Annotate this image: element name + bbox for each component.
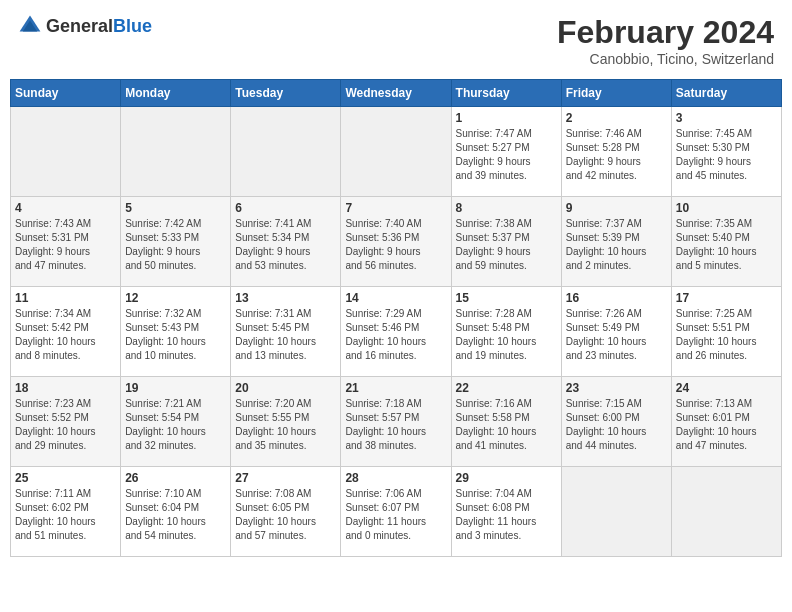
day-info: Sunrise: 7:20 AM Sunset: 5:55 PM Dayligh… (235, 397, 336, 453)
logo: GeneralBlue (18, 14, 152, 38)
calendar-table: SundayMondayTuesdayWednesdayThursdayFrid… (10, 79, 782, 557)
calendar-cell: 10Sunrise: 7:35 AM Sunset: 5:40 PM Dayli… (671, 197, 781, 287)
calendar-cell (121, 107, 231, 197)
day-number: 12 (125, 291, 226, 305)
calendar-cell: 20Sunrise: 7:20 AM Sunset: 5:55 PM Dayli… (231, 377, 341, 467)
day-info: Sunrise: 7:40 AM Sunset: 5:36 PM Dayligh… (345, 217, 446, 273)
day-number: 23 (566, 381, 667, 395)
day-info: Sunrise: 7:46 AM Sunset: 5:28 PM Dayligh… (566, 127, 667, 183)
day-info: Sunrise: 7:42 AM Sunset: 5:33 PM Dayligh… (125, 217, 226, 273)
calendar-cell: 1Sunrise: 7:47 AM Sunset: 5:27 PM Daylig… (451, 107, 561, 197)
day-number: 5 (125, 201, 226, 215)
day-number: 29 (456, 471, 557, 485)
calendar-cell: 2Sunrise: 7:46 AM Sunset: 5:28 PM Daylig… (561, 107, 671, 197)
day-info: Sunrise: 7:21 AM Sunset: 5:54 PM Dayligh… (125, 397, 226, 453)
day-number: 21 (345, 381, 446, 395)
day-number: 19 (125, 381, 226, 395)
day-number: 8 (456, 201, 557, 215)
day-number: 28 (345, 471, 446, 485)
day-info: Sunrise: 7:34 AM Sunset: 5:42 PM Dayligh… (15, 307, 116, 363)
week-row-3: 11Sunrise: 7:34 AM Sunset: 5:42 PM Dayli… (11, 287, 782, 377)
week-row-2: 4Sunrise: 7:43 AM Sunset: 5:31 PM Daylig… (11, 197, 782, 287)
logo-text: GeneralBlue (46, 16, 152, 37)
weekday-header-sunday: Sunday (11, 80, 121, 107)
day-number: 18 (15, 381, 116, 395)
logo-icon (18, 14, 42, 38)
day-info: Sunrise: 7:26 AM Sunset: 5:49 PM Dayligh… (566, 307, 667, 363)
calendar-cell: 22Sunrise: 7:16 AM Sunset: 5:58 PM Dayli… (451, 377, 561, 467)
day-info: Sunrise: 7:41 AM Sunset: 5:34 PM Dayligh… (235, 217, 336, 273)
calendar-cell: 4Sunrise: 7:43 AM Sunset: 5:31 PM Daylig… (11, 197, 121, 287)
calendar-cell (341, 107, 451, 197)
weekday-header-friday: Friday (561, 80, 671, 107)
calendar-cell: 21Sunrise: 7:18 AM Sunset: 5:57 PM Dayli… (341, 377, 451, 467)
day-info: Sunrise: 7:25 AM Sunset: 5:51 PM Dayligh… (676, 307, 777, 363)
calendar-cell (11, 107, 121, 197)
calendar-cell: 24Sunrise: 7:13 AM Sunset: 6:01 PM Dayli… (671, 377, 781, 467)
title-block: February 2024 Canobbio, Ticino, Switzerl… (557, 14, 774, 67)
day-number: 22 (456, 381, 557, 395)
calendar-cell: 25Sunrise: 7:11 AM Sunset: 6:02 PM Dayli… (11, 467, 121, 557)
day-number: 7 (345, 201, 446, 215)
day-info: Sunrise: 7:37 AM Sunset: 5:39 PM Dayligh… (566, 217, 667, 273)
calendar-cell: 18Sunrise: 7:23 AM Sunset: 5:52 PM Dayli… (11, 377, 121, 467)
day-info: Sunrise: 7:11 AM Sunset: 6:02 PM Dayligh… (15, 487, 116, 543)
day-number: 25 (15, 471, 116, 485)
day-info: Sunrise: 7:31 AM Sunset: 5:45 PM Dayligh… (235, 307, 336, 363)
calendar-cell (231, 107, 341, 197)
weekday-header-monday: Monday (121, 80, 231, 107)
day-info: Sunrise: 7:47 AM Sunset: 5:27 PM Dayligh… (456, 127, 557, 183)
calendar-cell (561, 467, 671, 557)
day-number: 17 (676, 291, 777, 305)
day-info: Sunrise: 7:13 AM Sunset: 6:01 PM Dayligh… (676, 397, 777, 453)
day-number: 2 (566, 111, 667, 125)
day-number: 4 (15, 201, 116, 215)
day-info: Sunrise: 7:16 AM Sunset: 5:58 PM Dayligh… (456, 397, 557, 453)
calendar-cell: 12Sunrise: 7:32 AM Sunset: 5:43 PM Dayli… (121, 287, 231, 377)
day-number: 10 (676, 201, 777, 215)
weekday-header-tuesday: Tuesday (231, 80, 341, 107)
calendar-cell: 17Sunrise: 7:25 AM Sunset: 5:51 PM Dayli… (671, 287, 781, 377)
weekday-header-thursday: Thursday (451, 80, 561, 107)
calendar-cell: 6Sunrise: 7:41 AM Sunset: 5:34 PM Daylig… (231, 197, 341, 287)
day-info: Sunrise: 7:32 AM Sunset: 5:43 PM Dayligh… (125, 307, 226, 363)
day-info: Sunrise: 7:06 AM Sunset: 6:07 PM Dayligh… (345, 487, 446, 543)
calendar-cell: 28Sunrise: 7:06 AM Sunset: 6:07 PM Dayli… (341, 467, 451, 557)
week-row-5: 25Sunrise: 7:11 AM Sunset: 6:02 PM Dayli… (11, 467, 782, 557)
weekday-header-saturday: Saturday (671, 80, 781, 107)
calendar-cell: 16Sunrise: 7:26 AM Sunset: 5:49 PM Dayli… (561, 287, 671, 377)
calendar-cell: 5Sunrise: 7:42 AM Sunset: 5:33 PM Daylig… (121, 197, 231, 287)
day-number: 26 (125, 471, 226, 485)
calendar-cell: 14Sunrise: 7:29 AM Sunset: 5:46 PM Dayli… (341, 287, 451, 377)
week-row-1: 1Sunrise: 7:47 AM Sunset: 5:27 PM Daylig… (11, 107, 782, 197)
calendar-cell: 3Sunrise: 7:45 AM Sunset: 5:30 PM Daylig… (671, 107, 781, 197)
day-number: 6 (235, 201, 336, 215)
day-info: Sunrise: 7:15 AM Sunset: 6:00 PM Dayligh… (566, 397, 667, 453)
day-number: 13 (235, 291, 336, 305)
calendar-cell: 9Sunrise: 7:37 AM Sunset: 5:39 PM Daylig… (561, 197, 671, 287)
day-info: Sunrise: 7:43 AM Sunset: 5:31 PM Dayligh… (15, 217, 116, 273)
day-number: 16 (566, 291, 667, 305)
day-info: Sunrise: 7:04 AM Sunset: 6:08 PM Dayligh… (456, 487, 557, 543)
page-header: GeneralBlue February 2024 Canobbio, Tici… (10, 10, 782, 71)
day-number: 20 (235, 381, 336, 395)
calendar-cell: 8Sunrise: 7:38 AM Sunset: 5:37 PM Daylig… (451, 197, 561, 287)
day-info: Sunrise: 7:18 AM Sunset: 5:57 PM Dayligh… (345, 397, 446, 453)
day-info: Sunrise: 7:08 AM Sunset: 6:05 PM Dayligh… (235, 487, 336, 543)
calendar-cell: 11Sunrise: 7:34 AM Sunset: 5:42 PM Dayli… (11, 287, 121, 377)
day-number: 1 (456, 111, 557, 125)
calendar-cell (671, 467, 781, 557)
weekday-header-row: SundayMondayTuesdayWednesdayThursdayFrid… (11, 80, 782, 107)
day-info: Sunrise: 7:35 AM Sunset: 5:40 PM Dayligh… (676, 217, 777, 273)
calendar-cell: 13Sunrise: 7:31 AM Sunset: 5:45 PM Dayli… (231, 287, 341, 377)
logo-blue: Blue (113, 16, 152, 36)
day-number: 24 (676, 381, 777, 395)
day-info: Sunrise: 7:45 AM Sunset: 5:30 PM Dayligh… (676, 127, 777, 183)
weekday-header-wednesday: Wednesday (341, 80, 451, 107)
calendar-cell: 23Sunrise: 7:15 AM Sunset: 6:00 PM Dayli… (561, 377, 671, 467)
day-number: 15 (456, 291, 557, 305)
day-number: 27 (235, 471, 336, 485)
day-info: Sunrise: 7:28 AM Sunset: 5:48 PM Dayligh… (456, 307, 557, 363)
day-info: Sunrise: 7:10 AM Sunset: 6:04 PM Dayligh… (125, 487, 226, 543)
day-info: Sunrise: 7:23 AM Sunset: 5:52 PM Dayligh… (15, 397, 116, 453)
